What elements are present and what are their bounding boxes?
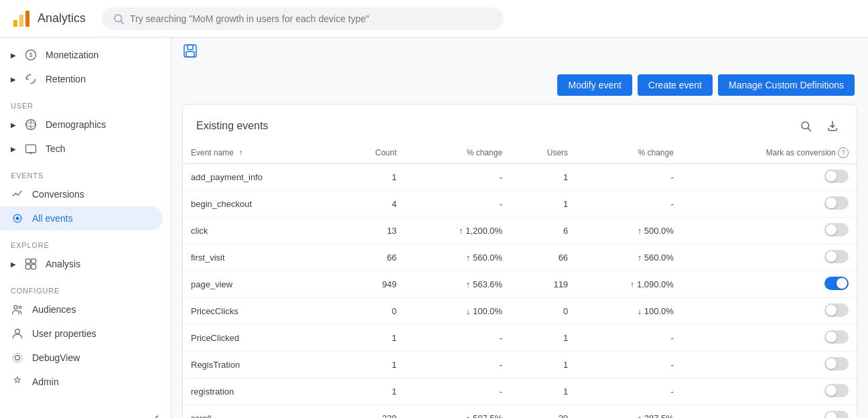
table-row: PricecClicks 0 ↓ 100.0% 0 ↓ 100.0% — [183, 298, 857, 325]
svg-line-4 — [121, 21, 123, 23]
user-properties-label: User properties — [32, 328, 96, 339]
conversion-toggle[interactable] — [824, 384, 849, 397]
sidebar-item-admin[interactable]: Admin — [0, 370, 163, 394]
conversion-toggle-cell[interactable] — [682, 191, 857, 218]
main-layout: ▶ $ Monetization ▶ Retention USER ▶ — [0, 38, 868, 418]
event-name-cell: scroll — [183, 405, 338, 419]
svg-rect-24 — [188, 45, 193, 50]
card-title: Existing events — [196, 120, 269, 132]
manage-custom-definitions-button[interactable]: Manage Custom Definitions — [718, 74, 855, 96]
save-icon-button[interactable] — [182, 43, 198, 61]
logo-icon — [11, 8, 32, 29]
conversion-toggle-cell[interactable] — [682, 298, 857, 325]
table-row: begin_checkout 4 - 1 - — [183, 191, 857, 218]
toggle-thumb — [826, 198, 837, 208]
conversion-toggle-cell[interactable] — [682, 378, 857, 405]
chevron-icon: ▶ — [11, 52, 16, 59]
col-pct-change-count: % change — [405, 142, 510, 164]
conversion-toggle[interactable] — [824, 250, 849, 263]
table-row: registration 1 - 1 - — [183, 378, 857, 405]
pct-change-count-cell: - — [405, 378, 510, 405]
toggle-thumb — [826, 305, 837, 316]
modify-event-button[interactable]: Modify event — [557, 74, 632, 96]
sidebar-item-all-events[interactable]: All events — [0, 206, 163, 230]
pct-change-users-cell: ↓ 100.0% — [576, 298, 682, 325]
svg-rect-9 — [26, 145, 36, 153]
pct-change-count-cell: ↑ 1,200.0% — [405, 218, 510, 245]
save-icon — [182, 43, 198, 59]
search-table-button[interactable] — [795, 115, 816, 137]
pct-change-count-cell: ↑ 560.0% — [405, 245, 510, 271]
conversion-toggle[interactable] — [824, 169, 849, 183]
sidebar-item-tech[interactable]: ▶ Tech — [0, 137, 171, 161]
conversion-toggle[interactable] — [824, 223, 849, 236]
users-cell: 1 — [510, 191, 576, 218]
event-name-cell: PriceClicked — [183, 325, 338, 352]
svg-point-22 — [13, 353, 21, 362]
download-button[interactable] — [822, 115, 843, 137]
pct-change-users-cell: ↑ 560.0% — [576, 245, 682, 271]
conversion-toggle[interactable] — [824, 277, 849, 290]
event-name-cell: add_payment_info — [183, 164, 338, 191]
table-body: add_payment_info 1 - 1 - begin_checkout … — [183, 164, 857, 419]
conversion-toggle[interactable] — [824, 303, 849, 317]
sidebar-item-audiences[interactable]: Audiences — [0, 297, 163, 322]
pct-change-users-cell: - — [576, 378, 682, 405]
table-row: scroll 220 ↑ 587.5% 39 ↑ 387.5% — [183, 405, 857, 419]
toggle-thumb — [826, 358, 837, 369]
help-icon[interactable]: ? — [838, 147, 849, 158]
conversion-toggle[interactable] — [824, 196, 849, 210]
pct-change-count-cell: - — [405, 325, 510, 352]
conversion-toggle-cell[interactable] — [682, 271, 857, 298]
section-explore: EXPLORE — [0, 230, 171, 252]
sidebar-collapse-button[interactable] — [0, 407, 171, 418]
table-row: first_visit 66 ↑ 560.0% 66 ↑ 560.0% — [183, 245, 857, 271]
sidebar-item-demographics[interactable]: ▶ Demographics — [0, 113, 171, 137]
sidebar-item-analysis[interactable]: ▶ Analysis — [0, 252, 171, 276]
monetization-icon: $ — [24, 48, 38, 62]
sidebar-item-conversions[interactable]: Conversions — [0, 182, 163, 206]
conversion-toggle-cell[interactable] — [682, 352, 857, 378]
search-bar[interactable] — [102, 7, 504, 30]
sidebar: ▶ $ Monetization ▶ Retention USER ▶ — [0, 38, 171, 418]
logo: Analytics — [11, 8, 86, 29]
create-event-button[interactable]: Create event — [638, 74, 713, 96]
search-icon — [800, 120, 812, 132]
users-cell: 1 — [510, 378, 576, 405]
pct-change-count-cell: ↑ 587.5% — [405, 405, 510, 419]
users-cell: 1 — [510, 325, 576, 352]
col-event-name[interactable]: Event name ↑ — [183, 142, 338, 164]
toggle-thumb — [826, 332, 837, 342]
admin-label: Admin — [32, 376, 59, 387]
pct-change-count-cell: - — [405, 352, 510, 378]
app-title: Analytics — [38, 11, 86, 25]
conversion-toggle[interactable] — [824, 357, 849, 370]
sidebar-item-debugview[interactable]: DebugView — [0, 346, 163, 370]
toggle-thumb — [837, 278, 847, 289]
conversion-toggle[interactable] — [824, 330, 849, 344]
count-cell: 4 — [338, 191, 405, 218]
count-cell: 1 — [338, 352, 405, 378]
users-cell: 119 — [510, 271, 576, 298]
sidebar-item-user-properties[interactable]: User properties — [0, 322, 163, 346]
conversion-toggle-cell[interactable] — [682, 245, 857, 271]
retention-icon — [24, 72, 38, 86]
users-cell: 6 — [510, 218, 576, 245]
conversion-toggle-cell[interactable] — [682, 218, 857, 245]
svg-rect-0 — [13, 20, 17, 27]
event-name-cell: begin_checkout — [183, 191, 338, 218]
sidebar-item-retention[interactable]: ▶ Retention — [0, 67, 171, 91]
search-input[interactable] — [130, 13, 493, 24]
conversion-toggle-cell[interactable] — [682, 325, 857, 352]
users-cell: 0 — [510, 298, 576, 325]
svg-point-18 — [14, 305, 17, 309]
sidebar-item-monetization[interactable]: ▶ $ Monetization — [0, 43, 171, 67]
pct-change-users-cell: - — [576, 325, 682, 352]
conversion-toggle-cell[interactable] — [682, 405, 857, 419]
save-icon-area — [171, 38, 868, 66]
pct-change-users-cell: ↑ 500.0% — [576, 218, 682, 245]
svg-rect-2 — [25, 11, 29, 27]
table-row: PriceClicked 1 - 1 - — [183, 325, 857, 352]
conversion-toggle[interactable] — [824, 411, 849, 418]
conversion-toggle-cell[interactable] — [682, 164, 857, 191]
